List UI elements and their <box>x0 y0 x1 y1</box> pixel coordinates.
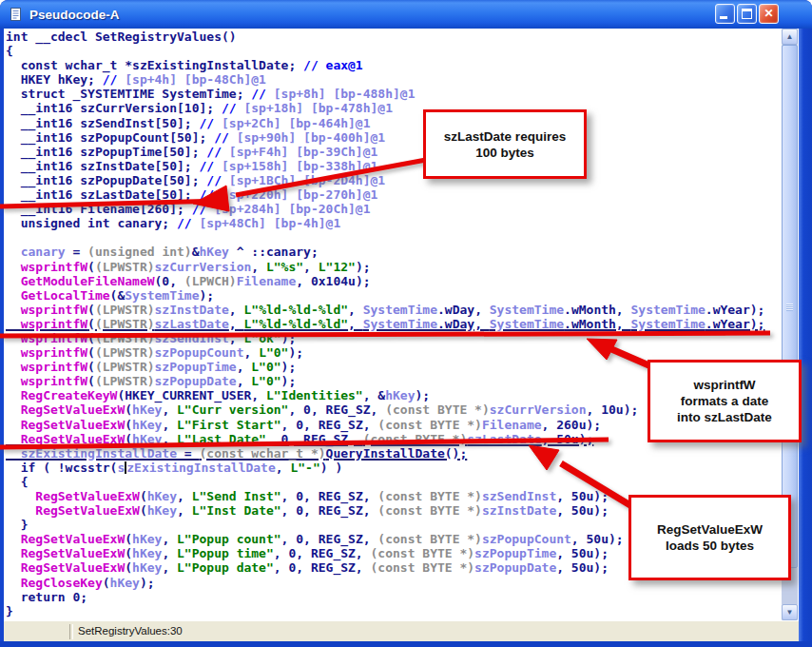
code-line[interactable] <box>6 230 782 245</box>
window-border-right <box>799 29 812 647</box>
callout-text-line: szLastDate requires <box>444 128 566 145</box>
code-line[interactable]: struct _SYSTEMTIME SystemTime; // [sp+8h… <box>6 87 782 101</box>
code-line[interactable]: wsprintfW((LPWSTR)szLastDate, L"%ld-%ld-… <box>6 317 782 331</box>
code-line[interactable]: } <box>6 604 782 618</box>
pseudocode-window: Pseudocode-A ✕ int __cdecl SetRegistryVa… <box>0 0 812 647</box>
minimize-button[interactable] <box>715 4 735 24</box>
code-line[interactable]: wsprintfW((LPWSTR)szInstDate, L"%ld-%ld-… <box>6 303 782 317</box>
code-line[interactable]: { <box>6 475 782 489</box>
scroll-up-button[interactable]: ▲ <box>782 29 798 45</box>
callout-szlastdate-requires: szLastDate requires 100 bytes <box>423 109 587 179</box>
scroll-down-button[interactable]: ▼ <box>782 604 798 620</box>
status-bar: SetRegistryValues:30 <box>4 620 799 641</box>
callout-regsetvalueexw-loads: RegSetValueExW loads 50 bytes <box>628 495 791 580</box>
code-line[interactable]: __int16 Filename[260]; // [sp+284h] [bp-… <box>6 202 782 216</box>
status-separator <box>69 624 73 639</box>
callout-text-line: RegSetValueExW <box>657 521 763 538</box>
code-line[interactable]: GetModuleFileNameW(0, (LPWCH)Filename, 0… <box>6 274 782 288</box>
code-line[interactable]: __int16 szCurrVersion[10]; // [sp+18h] [… <box>6 101 782 115</box>
minimize-icon <box>720 16 727 19</box>
close-button[interactable]: ✕ <box>759 4 779 24</box>
code-line[interactable]: __int16 szLastDate[50]; // [sp+220h] [bp… <box>6 187 782 202</box>
code-line[interactable]: __int16 szInstDate[50]; // [sp+158h] [bp… <box>6 159 782 173</box>
code-line[interactable]: { <box>6 44 782 58</box>
caption-buttons: ✕ <box>715 4 779 24</box>
code-line[interactable]: wsprintfW((LPWSTR)szPopupCount, L"0"); <box>6 345 782 360</box>
code-line[interactable]: HKEY hKey; // [sp+4h] [bp-48Ch]@1 <box>6 72 782 87</box>
callout-text-line: loads 50 bytes <box>666 538 754 554</box>
code-line[interactable]: __int16 szPopupTime[50]; // [sp+F4h] [bp… <box>6 145 782 159</box>
down-arrow-icon: ▼ <box>786 608 794 617</box>
title-bar[interactable]: Pseudocode-A ✕ <box>0 0 812 29</box>
code-line[interactable]: __int16 szPopupDate[50]; // [sp+1BCh] [b… <box>6 173 782 187</box>
callout-wsprintfw-formats: wsprintfW formats a date into szLastDate <box>648 360 802 442</box>
code-line[interactable]: wsprintfW((LPWSTR)szCurrVersion, L"%s", … <box>6 260 782 274</box>
code-line[interactable]: GetLocalTime(&SystemTime); <box>6 288 782 303</box>
code-line[interactable]: const wchar_t *szExistingInstallDate; //… <box>6 58 782 72</box>
scrollbar-thumb[interactable] <box>782 45 798 568</box>
code-line[interactable]: int __cdecl SetRegistryValues() <box>6 29 782 44</box>
status-text: SetRegistryValues:30 <box>78 625 183 637</box>
up-arrow-icon: ▲ <box>786 32 794 41</box>
maximize-icon <box>742 9 752 19</box>
code-line[interactable]: szExistingInstallDate = (const wchar_t *… <box>6 446 782 461</box>
close-icon: ✕ <box>764 7 773 20</box>
callout-text-line: into szLastDate <box>677 409 772 425</box>
code-line[interactable]: __int16 szPopupCount[50]; // [sp+90h] [b… <box>6 130 782 145</box>
callout-text-line: wsprintfW <box>693 377 755 393</box>
code-line[interactable]: __int16 szSendInst[50]; // [sp+2Ch] [bp-… <box>6 116 782 130</box>
window-title: Pseudocode-A <box>29 8 120 22</box>
scrollbar-grip <box>786 304 793 311</box>
maximize-button[interactable] <box>737 4 757 24</box>
callout-text-line: 100 bytes <box>475 145 534 161</box>
window-border-left <box>0 29 4 647</box>
code-line[interactable]: if ( !wcsstr(szExistingInstallDate, L"-"… <box>6 461 782 475</box>
code-line[interactable]: wsprintfW((LPWSTR)szSendInst, L"ok"); <box>6 331 782 345</box>
callout-text-line: formats a date <box>681 393 768 409</box>
code-line[interactable]: canary = (unsigned int)&hKey ^ ::canary; <box>6 245 782 259</box>
code-line[interactable]: return 0; <box>6 590 782 604</box>
document-icon <box>9 7 24 22</box>
code-line[interactable]: unsigned int canary; // [sp+48Ch] [bp-4h… <box>6 216 782 230</box>
window-border-bottom <box>0 641 812 647</box>
